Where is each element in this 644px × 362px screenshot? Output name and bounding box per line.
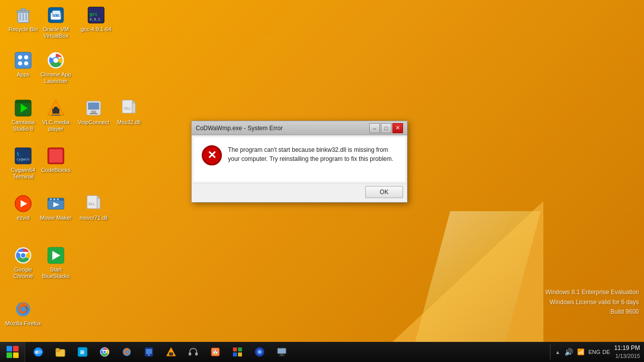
cygwin-icon: $_ cygwin: [13, 146, 33, 166]
taskbar-locale: DE: [602, 349, 610, 355]
svg-text:DLL: DLL: [89, 202, 95, 206]
taskbar-store-icon[interactable]: ⊞: [71, 342, 94, 362]
svg-rect-43: [56, 156, 62, 162]
taskbar-ie-icon[interactable]: e: [27, 342, 49, 362]
desktop-icon-cygwin[interactable]: $_ cygwin Cygwin64 Terminal: [5, 146, 41, 180]
taskbar-apps-grid-icon[interactable]: [226, 342, 249, 362]
taskbar-chrome-icon[interactable]: [94, 342, 116, 362]
moviemaker-icon: [46, 194, 66, 214]
svg-rect-97: [280, 354, 283, 355]
firefox-label: Mozilla Firefox: [6, 320, 41, 327]
desktop-icon-recycle-bin[interactable]: Recycle Bin: [5, 5, 41, 33]
svg-point-50: [57, 199, 59, 201]
bluestacks-icon: [46, 245, 66, 265]
chrome-app-label: Chrome App Launcher: [38, 71, 74, 84]
bluestacks-label: Start BlueStacks: [38, 266, 74, 280]
svg-marker-33: [132, 100, 135, 103]
msvcr71-label: msvcr71.dll: [79, 215, 108, 221]
svg-point-86: [216, 350, 217, 352]
desktop-icon-mss32[interactable]: DLL Mss32.dll: [111, 98, 147, 126]
moviemaker-label: Movie Maker: [40, 215, 72, 221]
svg-text:cygwin: cygwin: [17, 157, 29, 161]
desktop-icon-oracle-vm[interactable]: VM Oracle VM VirtualBox: [38, 5, 74, 39]
svg-rect-81: [189, 352, 191, 355]
taskbar-vlc-icon[interactable]: [160, 342, 182, 362]
svg-point-16: [18, 61, 22, 65]
ezvid-label: ezvid: [17, 215, 30, 221]
taskbar-sys-info: ENG DE: [589, 349, 610, 355]
taskbar-computer-icon[interactable]: [271, 342, 293, 362]
svg-point-78: [148, 354, 150, 356]
desktop-icon-bluestacks[interactable]: Start BlueStacks: [38, 245, 74, 280]
dialog-minimize-button[interactable]: –: [369, 123, 380, 133]
ezvid-icon: [13, 194, 33, 214]
recycle-bin-label: Recycle Bin: [9, 26, 38, 33]
desktop-icon-apps[interactable]: Apps: [5, 50, 41, 78]
svg-text:gcc: gcc: [90, 12, 98, 17]
desktop-icon-ezvid[interactable]: ezvid: [5, 194, 41, 221]
desktop-icon-vlc[interactable]: VLC media player: [38, 98, 74, 132]
desktop-icon-codeblocks[interactable]: CodeBlocks: [38, 146, 74, 173]
camtasia-icon: [13, 98, 33, 118]
desktop-icon-msvcr71[interactable]: DLL msvcr71.dll: [75, 194, 112, 221]
svg-rect-2: [21, 9, 26, 11]
dialog-close-button[interactable]: ✕: [392, 123, 403, 133]
svg-point-17: [24, 61, 28, 65]
apps-label: Apps: [17, 71, 29, 78]
svg-rect-13: [15, 52, 31, 68]
svg-text:⊞: ⊞: [80, 349, 84, 355]
svg-marker-53: [97, 196, 100, 199]
taskbar-right: ▲ 🔊 📶 ENG DE 11:19 PM 1/13/2015: [551, 344, 644, 360]
dialog-footer: OK: [192, 184, 407, 202]
svg-rect-54: [97, 199, 100, 209]
desktop-icon-chrome-app[interactable]: Chrome App Launcher: [38, 50, 74, 84]
vlc-icon: [46, 98, 66, 118]
svg-rect-98: [279, 355, 285, 356]
google-chrome-label: Google Chrome: [5, 266, 41, 280]
taskbar-paint-icon[interactable]: [204, 342, 226, 362]
desktop-icon-moviemaker[interactable]: Movie Maker: [38, 194, 74, 221]
codeblocks-label: CodeBlocks: [41, 167, 71, 173]
desktop-icon-voipconnect[interactable]: VoipConnect: [75, 98, 112, 126]
taskbar-file-explorer-icon[interactable]: [49, 342, 71, 362]
taskbar-expand-icon[interactable]: ▲: [555, 349, 560, 355]
svg-rect-42: [49, 156, 56, 162]
svg-rect-29: [88, 103, 99, 110]
svg-text:e: e: [35, 349, 38, 355]
taskbar-headphones-icon[interactable]: [182, 342, 204, 362]
start-button[interactable]: [0, 342, 25, 362]
svg-point-48: [50, 199, 52, 201]
dialog-title-bar: CoDWaWmp.exe - System Error – □ ✕: [192, 121, 407, 135]
svg-rect-41: [56, 149, 62, 156]
svg-rect-90: [233, 352, 237, 356]
taskbar-lang: ENG: [589, 349, 601, 355]
svg-point-14: [18, 55, 22, 59]
svg-rect-82: [195, 352, 198, 355]
mss32-label: Mss32.dll: [117, 119, 140, 126]
svg-text:DLL: DLL: [124, 107, 131, 110]
taskbar-time-display: 11:19 PM: [614, 344, 640, 352]
taskbar-windows-phone-icon[interactable]: [138, 342, 160, 362]
oracle-vm-label: Oracle VM VirtualBox: [38, 26, 74, 39]
svg-point-15: [24, 55, 28, 59]
vlc-label: VLC media player: [38, 119, 74, 132]
svg-text:VM: VM: [53, 13, 59, 18]
dialog-maximize-button[interactable]: □: [381, 123, 391, 133]
svg-point-87: [215, 352, 216, 354]
svg-rect-40: [49, 149, 56, 156]
desktop-icon-firefox[interactable]: Mozilla Firefox: [5, 299, 41, 327]
taskbar-network-icon[interactable]: 📶: [577, 348, 585, 355]
taskbar-icons: e ⊞: [25, 342, 549, 362]
gcc-icon: gcc 4.9.1: [86, 5, 106, 25]
desktop-icon-gcc[interactable]: gcc 4.9.1 gcc-4.9.1-64: [78, 5, 114, 33]
desktop-icon-camtasia[interactable]: Camtasia Studio 8: [5, 98, 41, 132]
taskbar-power-icon[interactable]: [249, 342, 271, 362]
taskbar-clock[interactable]: 11:19 PM 1/13/2015: [614, 344, 640, 360]
svg-rect-23: [15, 100, 31, 103]
taskbar-speaker-icon[interactable]: 🔊: [565, 348, 573, 356]
taskbar-firefox-icon[interactable]: [116, 342, 138, 362]
svg-rect-1: [17, 11, 30, 13]
desktop-icon-google-chrome[interactable]: Google Chrome: [5, 245, 41, 280]
dialog-ok-button[interactable]: OK: [365, 186, 403, 198]
oracle-vm-icon: VM: [46, 5, 66, 25]
